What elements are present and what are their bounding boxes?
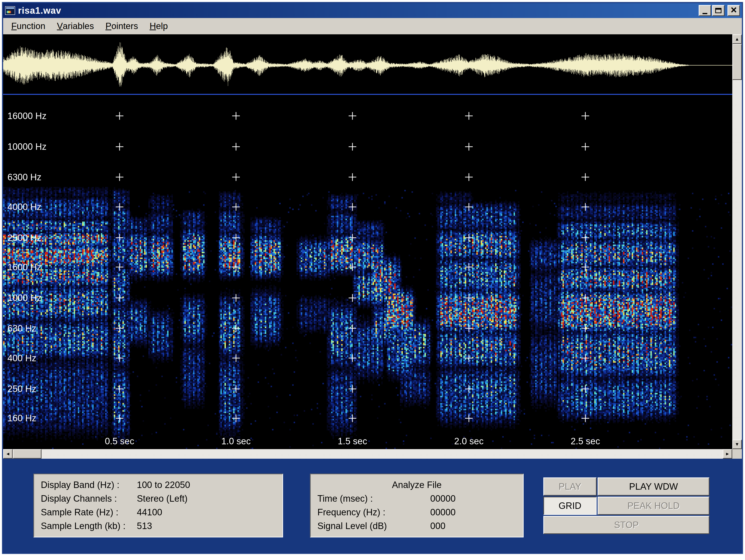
display-area: 16000 Hz10000 Hz6300 Hz4000 Hz2500 Hz160… — [3, 34, 732, 449]
analyze-label: Signal Level (dB) — [317, 519, 430, 533]
vertical-scrollbar[interactable]: ▲ ▼ — [732, 34, 742, 449]
right-arrow-icon: ► — [725, 451, 730, 457]
vertical-scroll-thumb[interactable] — [732, 44, 742, 80]
file-info-label: Sample Rate (Hz) : — [41, 505, 137, 519]
maximize-icon — [715, 8, 721, 13]
file-info-label: Display Channels : — [41, 492, 137, 505]
transport-buttons: PLAYPLAY WDWGRIDPEAK HOLDSTOP — [543, 477, 709, 534]
scroll-up-button[interactable]: ▲ — [732, 34, 742, 44]
analyze-label: Time (msec) : — [317, 492, 430, 505]
play-wdw-button[interactable]: PLAY WDW — [597, 477, 709, 496]
waveform-canvas[interactable] — [3, 34, 732, 94]
hscroll-row: ◄ ► — [3, 449, 742, 459]
horizontal-scrollbar[interactable]: ◄ ► — [3, 449, 732, 459]
horizontal-scroll-track[interactable] — [13, 449, 723, 459]
menu-item-pointers[interactable]: Pointers — [100, 18, 144, 34]
maximize-button[interactable] — [712, 5, 724, 16]
display-row: 16000 Hz10000 Hz6300 Hz4000 Hz2500 Hz160… — [3, 34, 742, 449]
file-info-value: 513 — [137, 519, 276, 533]
menu-bar: FunctionVariablesPointersHelp — [3, 18, 742, 34]
minimize-icon — [703, 13, 707, 14]
title-bar[interactable]: risa1.wav × — [3, 3, 742, 18]
analyze-label: Frequency (Hz) : — [317, 505, 430, 519]
window-controls: × — [699, 5, 740, 16]
stop-button[interactable]: STOP — [543, 516, 709, 534]
peak-hold-button[interactable]: PEAK HOLD — [597, 497, 709, 515]
scroll-right-button[interactable]: ► — [723, 449, 732, 459]
grid-button[interactable]: GRID — [543, 497, 596, 515]
file-info-value: 100 to 22050 — [137, 478, 276, 492]
scroll-left-button[interactable]: ◄ — [3, 449, 13, 459]
analyze-box: Analyze File Time (msec) :00000Frequency… — [310, 473, 524, 537]
close-icon: × — [731, 5, 737, 15]
down-arrow-icon: ▼ — [735, 442, 740, 447]
minimize-button[interactable] — [699, 5, 711, 16]
vertical-scroll-track[interactable] — [732, 44, 742, 439]
horizontal-scroll-thumb[interactable] — [13, 449, 41, 459]
app-window: risa1.wav × FunctionVariablesPointersHel… — [2, 2, 743, 554]
file-info-value: Stereo (Left) — [137, 492, 276, 505]
play-button[interactable]: PLAY — [543, 477, 596, 496]
file-info-rows: Display Band (Hz) :100 to 22050Display C… — [41, 478, 276, 533]
file-info-label: Sample Length (kb) : — [41, 519, 137, 533]
status-panel: Display Band (Hz) :100 to 22050Display C… — [3, 459, 742, 553]
menu-item-function[interactable]: Function — [5, 18, 51, 34]
spectrogram-display[interactable]: 16000 Hz10000 Hz6300 Hz4000 Hz2500 Hz160… — [3, 95, 732, 449]
app-icon — [5, 6, 15, 15]
menu-item-variables[interactable]: Variables — [51, 18, 100, 34]
analyze-title: Analyze File — [317, 478, 516, 492]
scrollbar-corner — [732, 449, 742, 459]
menu-item-help[interactable]: Help — [144, 18, 173, 34]
left-arrow-icon: ◄ — [6, 451, 10, 457]
window-title: risa1.wav — [18, 5, 699, 16]
analyze-value: 00000 — [430, 505, 516, 519]
spectrogram-canvas[interactable] — [3, 95, 732, 449]
analyze-rows: Time (msec) :00000Frequency (Hz) :00000S… — [317, 492, 516, 533]
analyze-value: 00000 — [430, 492, 516, 505]
close-button[interactable]: × — [727, 5, 740, 16]
file-info-label: Display Band (Hz) : — [41, 478, 137, 492]
scroll-down-button[interactable]: ▼ — [732, 439, 742, 449]
file-info-box: Display Band (Hz) :100 to 22050Display C… — [33, 473, 283, 537]
file-info-value: 44100 — [137, 505, 276, 519]
up-arrow-icon: ▲ — [735, 36, 740, 42]
analyze-value: 000 — [430, 519, 516, 533]
